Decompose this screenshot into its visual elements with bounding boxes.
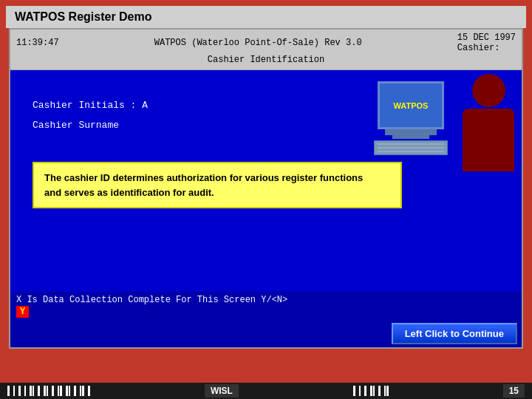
bar: [361, 386, 364, 396]
barcode-left: [7, 386, 90, 396]
monitor-graphic-area: WATPOS: [374, 81, 448, 155]
bar: [18, 386, 21, 396]
bar: [378, 386, 381, 396]
bar: [63, 386, 65, 396]
bar: [356, 386, 358, 396]
bar: [35, 386, 37, 396]
monitor-label: WATPOS: [394, 101, 429, 110]
bar: [69, 386, 70, 396]
bar: [367, 386, 369, 396]
y-badge: Y: [16, 306, 29, 318]
keyboard-lines: [375, 141, 447, 154]
info-line-1: The cashier ID determines authorization …: [44, 172, 363, 183]
y-row: Y: [16, 307, 516, 317]
continue-btn-row: Left Click to Continue: [10, 320, 522, 347]
keyboard-line-1: [378, 143, 444, 145]
bar: [66, 386, 68, 396]
bar: [30, 386, 32, 396]
bar: [38, 386, 40, 396]
bar: [370, 386, 372, 396]
info-box: The cashier ID determines authorization …: [33, 162, 402, 208]
bar: [33, 386, 34, 396]
title-bar: WATPOS Register Demo: [6, 6, 526, 28]
bar: [384, 386, 386, 396]
bar: [77, 386, 79, 396]
bar: [60, 386, 62, 396]
barcode-right: [353, 386, 389, 396]
bar: [359, 386, 361, 396]
bar: [74, 386, 76, 396]
bar: [27, 386, 29, 396]
software-version: WATPOS (Waterloo Point-Of-Sale) Rev 3.0: [154, 38, 362, 48]
bar: [375, 386, 378, 396]
page-number: 15: [503, 384, 525, 398]
header-bar: 11:39:47 WATPOS (Waterloo Point-Of-Sale)…: [10, 30, 522, 70]
info-line-2: and serves as identification for audit.: [44, 187, 214, 198]
outer-container: WATPOS Register Demo 11:39:47 WATPOS (Wa…: [6, 6, 526, 393]
bar: [10, 386, 13, 396]
main-window: 11:39:47 WATPOS (Waterloo Point-Of-Sale)…: [9, 28, 523, 349]
bottom-bar: X Is Data Collection Complete For This S…: [10, 292, 522, 320]
screen-title: Cashier Identification: [16, 53, 516, 66]
date: 15 DEC 1997: [457, 33, 516, 43]
bar: [82, 386, 84, 396]
bar: [13, 386, 15, 396]
timestamp: 11:39:47: [16, 38, 59, 48]
bar: [373, 386, 375, 396]
bar: [16, 386, 18, 396]
bar: [24, 386, 26, 396]
bar: [44, 386, 46, 396]
person-head: [472, 74, 505, 107]
bar: [7, 386, 10, 396]
app-title: WATPOS Register Demo: [15, 10, 152, 23]
bar: [55, 386, 57, 396]
bar: [381, 386, 383, 396]
monitor: WATPOS: [378, 81, 444, 139]
monitor-stand: [392, 135, 429, 139]
bar: [71, 386, 73, 396]
keyboard-line-2: [378, 147, 444, 149]
bar: [386, 386, 389, 396]
continue-button[interactable]: Left Click to Continue: [392, 323, 517, 344]
bar: [21, 386, 24, 396]
wisl-label: WISL: [205, 384, 239, 398]
bar: [85, 386, 87, 396]
monitor-base: [385, 129, 437, 135]
bar: [80, 386, 81, 396]
keyboard: [374, 140, 448, 155]
person-body: [463, 109, 514, 171]
bar: [353, 386, 355, 396]
bar: [47, 386, 48, 396]
cashier-initials-label: Cashier Initials : A: [33, 100, 166, 111]
collection-complete-text: X Is Data Collection Complete For This S…: [16, 295, 287, 305]
bar: [88, 386, 90, 396]
monitor-screen: WATPOS: [378, 81, 444, 129]
header-top-row: 11:39:47 WATPOS (Waterloo Point-Of-Sale)…: [16, 33, 516, 53]
keyboard-line-3: [378, 151, 444, 152]
bar: [41, 386, 43, 396]
cashier-label: Cashier:: [457, 43, 500, 53]
bar: [364, 386, 366, 396]
bar: [58, 386, 59, 396]
content-area: WATPOS Cashier Initials : A: [10, 70, 522, 292]
collection-complete-row: X Is Data Collection Complete For This S…: [16, 295, 516, 305]
bar: [49, 386, 51, 396]
bar: [52, 386, 54, 396]
cashier-surname-label: Cashier Surname: [33, 120, 166, 131]
barcode-strip: WISL 15: [0, 383, 532, 399]
date-cashier: 15 DEC 1997 Cashier:: [457, 33, 516, 53]
person-silhouette: [463, 74, 514, 170]
